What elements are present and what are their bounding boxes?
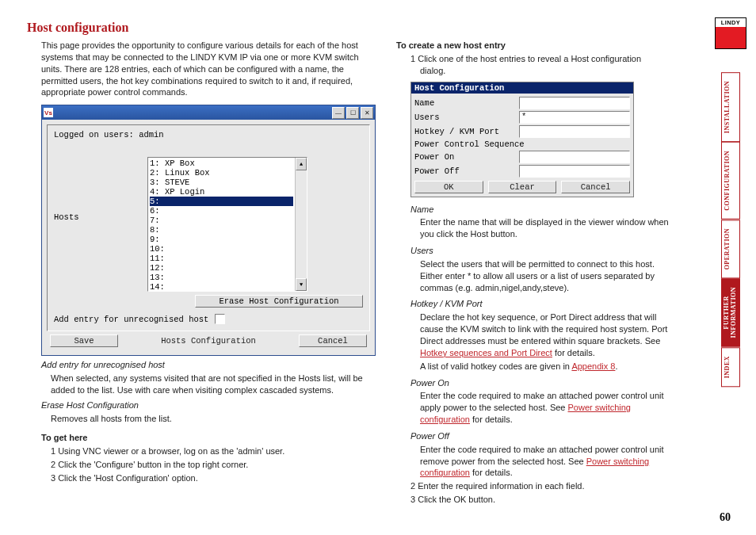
get-here-step: 2 Click the 'Configure' button in the to… (51, 459, 376, 471)
hc-users-label: Users (414, 113, 516, 122)
dialog-title-label: Hosts Configuration (161, 336, 256, 346)
list-item[interactable]: 4: XP Login (150, 187, 293, 197)
nav-tab-operation[interactable]: OPERATION (721, 220, 740, 278)
link-appendix8[interactable]: Appendix 8 (571, 361, 615, 371)
add-entry-heading: Add entry for unrecognised host (41, 359, 376, 371)
logged-on-row: Logged on users: admin (54, 130, 363, 139)
list-item[interactable]: 14: (150, 282, 293, 292)
hc-users-field[interactable]: * (519, 111, 630, 124)
vnc-app-icon: Vs (44, 108, 53, 117)
hc-name-field[interactable] (519, 97, 630, 109)
logged-on-value: admin (139, 130, 164, 139)
list-item[interactable]: 6: (150, 206, 293, 216)
add-entry-checkbox[interactable] (215, 314, 225, 324)
erase-host-button[interactable]: Erase Host Configuration (195, 295, 363, 308)
hc-titlebar: Host Configuration (411, 82, 633, 94)
field-users-title: Users (410, 245, 669, 257)
list-item[interactable]: 8: (150, 225, 293, 235)
logged-on-label: Logged on users: (54, 130, 134, 139)
field-poff-title: Power Off (410, 430, 669, 442)
field-users-desc: Select the users that will be permitted … (420, 258, 669, 294)
list-item[interactable]: 9: (150, 235, 293, 244)
hc-clear-button[interactable]: Clear (488, 181, 557, 193)
nav-tab-index[interactable]: INDEX (721, 347, 740, 387)
field-name-desc: Enter the name that will be displayed in… (420, 216, 669, 240)
get-here-heading: To get here (41, 432, 376, 444)
scrollbar[interactable]: ▲ ▼ (295, 158, 307, 291)
vnc-titlebar: Vs — ☐ ✕ (42, 105, 375, 120)
field-hotkey-title: Hotkey / KVM Port (410, 298, 669, 310)
hc-hotkey-label: Hotkey / KVM Port (414, 127, 516, 136)
list-item[interactable]: 13: (150, 273, 293, 282)
hc-pcs-label: Power Control Sequence (414, 139, 525, 149)
hc-poff-field[interactable] (519, 165, 630, 178)
field-pon-desc: Enter the code required to make an attac… (420, 390, 669, 426)
get-here-step: 3 Click the 'Host Configuration' option. (51, 472, 376, 484)
add-entry-label: Add entry for unrecognised host (54, 315, 208, 324)
page-number: 60 (720, 511, 731, 524)
cancel-button[interactable]: Cancel (299, 334, 367, 347)
hc-hotkey-field[interactable] (519, 125, 630, 138)
create-entry-heading: To create a new host entry (396, 40, 669, 52)
close-icon[interactable]: ✕ (361, 107, 373, 119)
create-step-2: 2 Enter the required information in each… (410, 480, 669, 492)
hc-pon-label: Power On (414, 152, 516, 162)
hc-name-label: Name (414, 98, 516, 108)
field-pon-title: Power On (410, 377, 669, 389)
erase-heading: Erase Host Configuration (41, 399, 376, 411)
field-hotkey-desc2: A list of valid hotkey codes are given i… (420, 361, 669, 373)
scroll-down-icon[interactable]: ▼ (296, 278, 307, 291)
hc-poff-label: Power Off (414, 166, 516, 176)
list-item[interactable]: 12: (150, 263, 293, 273)
nav-tab-configuration[interactable]: CONFIGURATION (721, 142, 740, 220)
save-button[interactable]: Save (50, 334, 118, 347)
list-item[interactable]: 1: XP Box (150, 159, 293, 168)
lindy-logo: LINDY (715, 17, 746, 49)
page-title: Host configuration (27, 21, 669, 35)
list-item[interactable]: 2: Linux Box (150, 168, 293, 178)
hc-cancel-button[interactable]: Cancel (561, 181, 630, 193)
nav-tab-installation[interactable]: INSTALLATION (721, 72, 740, 142)
list-item[interactable]: 3: STEVE (150, 178, 293, 187)
field-name-title: Name (410, 204, 669, 216)
hc-pon-field[interactable] (519, 151, 630, 163)
scroll-up-icon[interactable]: ▲ (296, 158, 307, 170)
right-nav: LINDY INSTALLATIONCONFIGURATIONOPERATION… (715, 17, 746, 387)
list-item[interactable]: 7: (150, 216, 293, 225)
list-item[interactable]: 11: (150, 254, 293, 263)
field-poff-desc: Enter the code required to make an attac… (420, 444, 669, 480)
link-hotkey-sequences[interactable]: Hotkey sequences and Port Direct (420, 348, 552, 357)
minimize-icon[interactable]: — (332, 107, 345, 119)
hc-ok-button[interactable]: OK (414, 181, 483, 193)
field-hotkey-desc1: Declare the hot key sequence, or Port Di… (420, 311, 669, 358)
host-config-dialog: Host Configuration Name Users* Hotkey / … (410, 82, 634, 197)
add-entry-desc: When selected, any systems visited that … (51, 373, 376, 396)
maximize-icon[interactable]: ☐ (346, 107, 359, 119)
list-item[interactable]: 5: (150, 197, 293, 206)
get-here-step: 1 Using VNC viewer or a browser, log on … (51, 445, 376, 457)
create-step-3: 3 Click the OK button. (410, 494, 669, 506)
nav-tab-further-information[interactable]: FURTHERINFORMATION (721, 278, 740, 346)
list-item[interactable]: 10: (150, 244, 293, 254)
erase-desc: Removes all hosts from the list. (51, 413, 376, 425)
create-step-1: 1 Click one of the host entries to revea… (410, 53, 669, 77)
logo-text: LINDY (716, 18, 746, 27)
vnc-window: Vs — ☐ ✕ Logged on users: admin (41, 105, 376, 356)
intro-text: This page provides the opportunity to co… (41, 40, 376, 98)
hosts-label: Hosts (54, 157, 141, 222)
hosts-listbox[interactable]: 1: XP Box 2: Linux Box 3: STEVE 4: XP Lo… (147, 157, 307, 292)
